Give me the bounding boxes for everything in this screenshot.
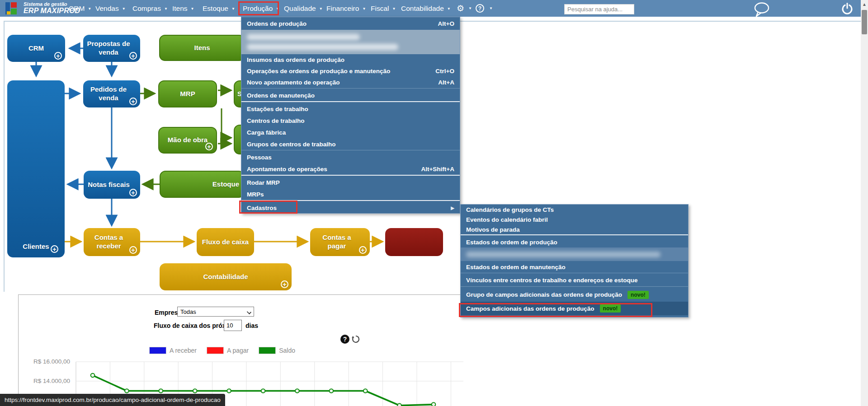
menu-item-novo-apontamento[interactable]: Novo apontamento de operaçãoAlt+A bbox=[241, 77, 460, 88]
help-circle-icon[interactable]: ? bbox=[476, 4, 484, 13]
submenu-arrow-icon: ▶ bbox=[451, 205, 454, 210]
chevron-down-icon: ▼ bbox=[164, 6, 168, 11]
menu-item-insumos[interactable]: Insumos das ordens de produção bbox=[241, 54, 460, 65]
nav-menu-qualidade[interactable]: Qualidade▼ bbox=[284, 0, 323, 17]
ytick-16000: R$ 16.000,00 bbox=[20, 358, 70, 365]
submenu-item-grupo-campos-adicionais[interactable]: Grupo de campos adicionais das ordens de… bbox=[461, 288, 688, 302]
node-crm[interactable]: CRM + bbox=[7, 35, 65, 62]
node-contas-a-pagar[interactable]: Contas a pagar + bbox=[310, 228, 370, 256]
plus-icon[interactable]: + bbox=[359, 246, 367, 254]
scrollbar-up-arrow-icon[interactable]: ▲ bbox=[862, 2, 867, 8]
legend-label: A receber bbox=[170, 347, 197, 354]
node-contabilidade[interactable]: Contabilidade + bbox=[160, 263, 292, 290]
submenu-item-redacted[interactable] bbox=[461, 247, 688, 261]
dias-input[interactable] bbox=[224, 320, 242, 331]
submenu-item-vinculos[interactable]: Vínculos entre centros de trabalho e end… bbox=[461, 274, 688, 286]
node-mrp[interactable]: MRP bbox=[158, 80, 217, 107]
menu-item-mrps[interactable]: MRPs bbox=[241, 188, 460, 200]
power-logout-icon[interactable] bbox=[841, 2, 854, 17]
plus-icon[interactable]: + bbox=[129, 246, 137, 254]
help-icon[interactable]: ? bbox=[340, 335, 349, 344]
nav-menu-contabilidade[interactable]: Contabilidade▼ bbox=[401, 0, 451, 17]
top-navigation-bar: Sistema de gestão ERP MAXIPROD CRM▼ Vend… bbox=[0, 0, 861, 17]
node-notas-fiscais[interactable]: Notas fiscais + bbox=[84, 171, 140, 199]
legend-swatch-a-pagar bbox=[207, 347, 224, 354]
nav-menu-itens[interactable]: Itens▼ bbox=[172, 0, 194, 17]
nav-menu-financeiro[interactable]: Financeiro▼ bbox=[326, 0, 366, 17]
submenu-item-estados-ordem-producao[interactable]: Estados de ordem de produção bbox=[461, 237, 688, 247]
novo-badge: novo! bbox=[600, 304, 621, 313]
page-frame-left-border bbox=[4, 21, 5, 292]
node-contabilidade-label: Contabilidade bbox=[203, 273, 248, 281]
nav-menu-vendas[interactable]: Vendas▼ bbox=[95, 0, 126, 17]
menu-item-apontamento-de-operacoes[interactable]: Apontamento de operaçõesAlt+Shift+A bbox=[241, 163, 460, 175]
chevron-down-icon: ▼ bbox=[276, 6, 279, 11]
ytick-14000: R$ 14.000,00 bbox=[20, 378, 70, 384]
submenu-item-estados-ordem-manutencao[interactable]: Estados de ordem de manutenção bbox=[461, 261, 688, 273]
cadastros-submenu: Calendários de grupos de CTs Eventos do … bbox=[460, 204, 689, 317]
menu-item-centros-de-trabalho[interactable]: Centros de trabalho bbox=[241, 115, 460, 126]
submenu-item-eventos-calendario[interactable]: Eventos do calendário fabril bbox=[461, 215, 688, 224]
redacted-text bbox=[247, 44, 398, 50]
node-propostas-de-venda[interactable]: Propostas de venda + bbox=[83, 35, 140, 62]
novo-badge: novo! bbox=[627, 291, 649, 299]
submenu-item-calendarios[interactable]: Calendários de grupos de CTs bbox=[461, 205, 688, 215]
nav-menu-crm[interactable]: CRM▼ bbox=[69, 0, 91, 17]
node-fluxo-de-caixa[interactable]: Fluxo de caixa bbox=[197, 228, 254, 256]
node-contas-a-receber[interactable]: Contas a receber + bbox=[84, 228, 140, 256]
chat-bubble-icon[interactable] bbox=[753, 2, 770, 19]
refresh-icon[interactable] bbox=[351, 335, 360, 345]
menu-item-ordens-de-producao[interactable]: Ordens de produçãoAlt+O bbox=[241, 17, 460, 30]
plus-icon[interactable]: + bbox=[205, 143, 213, 150]
node-clientes[interactable]: Clientes + bbox=[7, 80, 65, 257]
nav-menu-estoque[interactable]: Estoque▼ bbox=[203, 0, 235, 17]
menu-item-redacted[interactable] bbox=[241, 30, 460, 54]
menu-item-estacoes-de-trabalho[interactable]: Estações de trabalho bbox=[241, 103, 460, 115]
plus-icon[interactable]: + bbox=[129, 98, 137, 105]
plus-icon[interactable]: + bbox=[281, 280, 288, 288]
node-crm-label: CRM bbox=[28, 44, 44, 53]
menu-item-carga-fabrica[interactable]: Carga fábrica bbox=[241, 126, 460, 138]
node-estoque[interactable]: Estoque bbox=[160, 171, 245, 198]
help-chevron-down-icon[interactable]: ▼ bbox=[489, 0, 493, 17]
node-itens[interactable]: Itens bbox=[159, 35, 245, 61]
legend-label: Saldo bbox=[279, 347, 295, 354]
node-pedidos-de-venda[interactable]: Pedidos de venda + bbox=[83, 80, 140, 107]
empresa-select[interactable]: Todas bbox=[177, 307, 254, 317]
submenu-item-motivos-de-parada[interactable]: Motivos de parada bbox=[461, 224, 688, 234]
chevron-down-icon: ▼ bbox=[319, 6, 323, 11]
plus-icon[interactable]: + bbox=[129, 52, 137, 60]
chevron-down-icon: ▼ bbox=[362, 6, 366, 11]
nav-menu-producao[interactable]: Produção▼ bbox=[243, 0, 279, 17]
nav-menu-compras[interactable]: Compras▼ bbox=[132, 0, 168, 17]
maxiprod-logo-icon[interactable] bbox=[5, 2, 21, 14]
gear-icon[interactable]: ⚙ bbox=[457, 0, 464, 17]
legend-item-a-pagar: A pagar bbox=[207, 347, 249, 354]
node-maroon-unlabeled[interactable] bbox=[385, 228, 443, 256]
vertical-scrollbar[interactable]: ▲ bbox=[861, 0, 868, 406]
legend-label: A pagar bbox=[227, 347, 249, 354]
chevron-down-icon: ▼ bbox=[392, 6, 396, 11]
menu-item-grupos-de-centros[interactable]: Grupos de centros de trabalho bbox=[241, 138, 460, 150]
menu-item-rodar-mrp[interactable]: Rodar MRP bbox=[241, 177, 460, 188]
producao-dropdown-menu: Ordens de produçãoAlt+O Insumos das orde… bbox=[241, 17, 460, 214]
node-estoque-label: Estoque bbox=[212, 180, 239, 189]
erp-maxiprod-app: CRM + Propostas de venda + Itens Cliente… bbox=[0, 0, 868, 406]
node-fluxo-label: Fluxo de caixa bbox=[198, 238, 253, 247]
submenu-item-campos-adicionais[interactable]: Campos adicionais das ordens de produção… bbox=[461, 302, 688, 315]
help-search-input[interactable] bbox=[564, 4, 634, 14]
menu-item-pessoas[interactable]: Pessoas bbox=[241, 151, 460, 163]
scrollbar-thumb[interactable] bbox=[862, 10, 867, 34]
gear-chevron-down-icon[interactable]: ▼ bbox=[468, 0, 472, 17]
redacted-text bbox=[466, 252, 660, 257]
node-mao-de-obra[interactable]: Mão de obra + bbox=[158, 127, 217, 154]
nav-menu-fiscal[interactable]: Fiscal▼ bbox=[371, 0, 396, 17]
plus-icon[interactable]: + bbox=[51, 245, 58, 253]
menu-item-operacoes[interactable]: Operações de ordens de produção e manute… bbox=[241, 65, 460, 77]
menu-item-cadastros[interactable]: Cadastros▶ bbox=[241, 202, 460, 214]
empresa-select-value: Todas bbox=[180, 308, 196, 315]
menu-item-ordens-de-manutencao[interactable]: Ordens de manutenção bbox=[241, 89, 460, 101]
legend-item-saldo: Saldo bbox=[259, 347, 295, 354]
plus-icon[interactable]: + bbox=[129, 189, 137, 196]
plus-icon[interactable]: + bbox=[54, 52, 62, 60]
